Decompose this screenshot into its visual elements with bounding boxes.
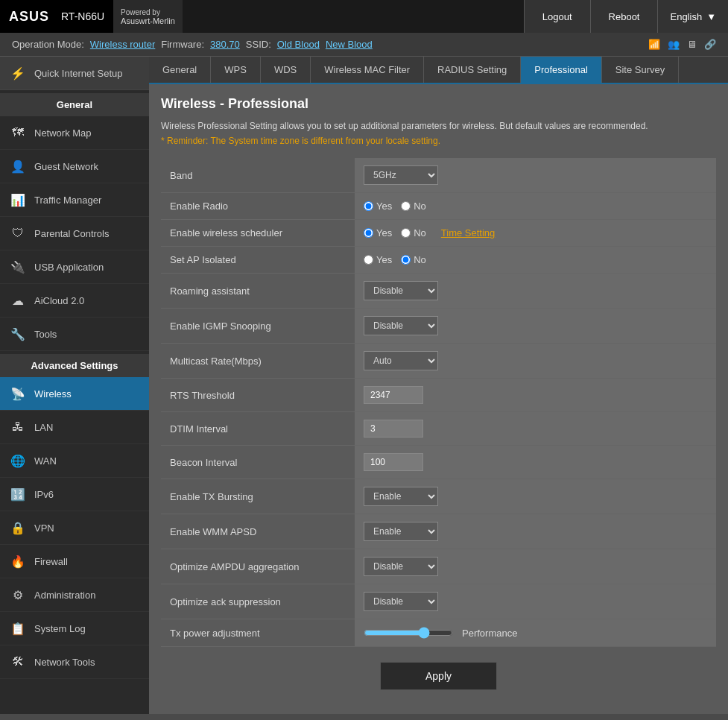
settings-table: Band 2.4GHz 5GHz Enable Radio — [161, 158, 716, 647]
wireless-icon: 📡 — [9, 385, 27, 402]
vpn-icon: 🔒 — [9, 519, 27, 537]
ap-isolated-yes[interactable]: Yes — [364, 254, 392, 265]
scheduler-no-input[interactable] — [401, 228, 411, 238]
sidebar-item-system-log[interactable]: 📋 System Log — [0, 612, 149, 645]
users-icon: 👥 — [668, 39, 680, 50]
ssid2-link[interactable]: New Blood — [326, 39, 373, 50]
table-row: Band 2.4GHz 5GHz — [161, 158, 716, 193]
tab-site-survey[interactable]: Site Survey — [602, 57, 679, 83]
optimize-ack-label: Optimize ack suppression — [161, 584, 355, 619]
main-layout: ⚡ Quick Internet Setup General 🗺 Network… — [0, 57, 728, 714]
apply-section: Apply — [161, 647, 716, 705]
sidebar-item-vpn[interactable]: 🔒 VPN — [0, 511, 149, 545]
reboot-button[interactable]: Reboot — [590, 0, 658, 33]
time-setting-link[interactable]: Time Setting — [441, 227, 496, 239]
scheduler-yes-input[interactable] — [364, 228, 373, 238]
tab-professional[interactable]: Professional — [521, 57, 602, 83]
wmm-apsd-select[interactable]: Enable Disable — [364, 522, 438, 541]
multicast-rate-select[interactable]: Auto 1 2 5.5 11 — [364, 351, 438, 370]
enable-radio-no[interactable]: No — [401, 200, 426, 212]
scheduler-no[interactable]: No — [401, 227, 426, 239]
header-nav: Logout Reboot English ▼ — [524, 0, 728, 33]
ap-isolated-no[interactable]: No — [401, 254, 426, 265]
sidebar: ⚡ Quick Internet Setup General 🗺 Network… — [0, 57, 149, 714]
table-row: Multicast Rate(Mbps) Auto 1 2 5.5 11 — [161, 344, 716, 379]
sidebar-label-administration: Administration — [34, 590, 95, 601]
monitor-icon: 🖥 — [687, 39, 697, 50]
wireless-scheduler-group: Yes No Time Setting — [364, 227, 707, 239]
sidebar-item-network-map[interactable]: 🗺 Network Map — [0, 116, 149, 150]
brand-name: ASUS — [9, 9, 49, 25]
wan-icon: 🌐 — [9, 452, 27, 470]
tab-wireless-mac-filter[interactable]: Wireless MAC Filter — [311, 57, 424, 83]
enable-radio-cell: Yes No — [355, 193, 716, 220]
sidebar-item-ipv6[interactable]: 🔢 IPv6 — [0, 478, 149, 511]
sidebar-item-wireless[interactable]: 📡 Wireless — [0, 377, 149, 411]
page-description: Wireless Professional Setting allows you… — [161, 121, 716, 131]
aicloud-icon: ☁ — [9, 291, 27, 309]
sidebar-item-guest-network[interactable]: 👤 Guest Network — [0, 150, 149, 183]
ssid1-link[interactable]: Old Blood — [277, 39, 320, 50]
sidebar-item-administration[interactable]: ⚙ Administration — [0, 578, 149, 612]
tx-bursting-label: Enable TX Bursting — [161, 479, 355, 514]
firmware-label: Firmware: — [161, 39, 204, 50]
op-mode-value[interactable]: Wireless router — [90, 39, 155, 50]
enable-radio-yes[interactable]: Yes — [364, 200, 392, 212]
rts-threshold-input[interactable] — [364, 386, 423, 404]
apply-button[interactable]: Apply — [380, 662, 497, 690]
ap-isolated-group: Yes No — [364, 254, 707, 265]
band-select[interactable]: 2.4GHz 5GHz — [364, 165, 438, 185]
tx-power-slider[interactable] — [364, 627, 453, 639]
wmm-apsd-cell: Enable Disable — [355, 514, 716, 549]
tab-wps[interactable]: WPS — [211, 57, 261, 83]
sidebar-item-firewall[interactable]: 🔥 Firewall — [0, 545, 149, 578]
tab-radius-setting[interactable]: RADIUS Setting — [424, 57, 521, 83]
sidebar-label-vpn: VPN — [34, 522, 54, 534]
optimize-ack-cell: Disable Enable — [355, 584, 716, 619]
sidebar-item-usb-application[interactable]: 🔌 USB Application — [0, 250, 149, 284]
ssid-label: SSID: — [246, 39, 271, 50]
lan-icon: 🖧 — [9, 418, 27, 436]
language-button[interactable]: English ▼ — [657, 0, 728, 33]
optimize-ack-select[interactable]: Disable Enable — [364, 592, 438, 611]
sidebar-item-tools[interactable]: 🔧 Tools — [0, 318, 149, 351]
firmware-value[interactable]: 380.70 — [210, 39, 240, 50]
igmp-snooping-select[interactable]: Disable Enable — [364, 316, 438, 335]
page-title: Wireless - Professional — [161, 96, 716, 112]
enable-radio-yes-input[interactable] — [364, 201, 373, 211]
dtim-interval-input[interactable] — [364, 420, 423, 438]
administration-icon: ⚙ — [9, 586, 27, 604]
logout-button[interactable]: Logout — [524, 0, 590, 33]
sidebar-item-parental-controls[interactable]: 🛡 Parental Controls — [0, 217, 149, 250]
wifi-icon: 📶 — [648, 39, 660, 50]
sidebar-item-quick-setup[interactable]: ⚡ Quick Internet Setup — [0, 57, 149, 90]
operation-bar: Operation Mode: Wireless router Firmware… — [0, 33, 728, 57]
firmware-name: Asuswrt-Merlin — [121, 16, 175, 25]
rts-threshold-label: RTS Threshold — [161, 379, 355, 412]
roaming-assistant-select[interactable]: Disable Enable — [364, 281, 438, 300]
tx-power-slider-container: Performance — [364, 627, 707, 639]
sidebar-item-aicloud[interactable]: ☁ AiCloud 2.0 — [0, 284, 149, 318]
sidebar-item-network-tools[interactable]: 🛠 Network Tools — [0, 645, 149, 679]
sidebar-item-lan[interactable]: 🖧 LAN — [0, 411, 149, 444]
tab-wds[interactable]: WDS — [261, 57, 311, 83]
sidebar-label-tools: Tools — [34, 329, 57, 340]
optimize-ampdu-select[interactable]: Disable Enable — [364, 557, 438, 576]
enable-radio-no-input[interactable] — [401, 201, 411, 211]
chevron-down-icon: ▼ — [706, 11, 716, 22]
beacon-interval-input[interactable] — [364, 453, 423, 471]
sidebar-label-system-log: System Log — [34, 623, 86, 634]
sidebar-item-wan[interactable]: 🌐 WAN — [0, 444, 149, 478]
ap-isolated-yes-input[interactable] — [364, 255, 373, 265]
sidebar-item-traffic-manager[interactable]: 📊 Traffic Manager — [0, 183, 149, 217]
system-log-icon: 📋 — [9, 619, 27, 637]
tx-bursting-select[interactable]: Enable Disable — [364, 487, 438, 506]
share-icon: 🔗 — [704, 39, 716, 50]
dtim-interval-cell — [355, 412, 716, 446]
ap-isolated-no-input[interactable] — [401, 255, 411, 265]
sidebar-label-lan: LAN — [34, 422, 53, 433]
sidebar-label-usb-application: USB Application — [34, 262, 104, 273]
tab-general[interactable]: General — [149, 57, 211, 83]
header: ASUS RT-N66U Powered by Asuswrt-Merlin L… — [0, 0, 728, 33]
scheduler-yes[interactable]: Yes — [364, 227, 392, 239]
